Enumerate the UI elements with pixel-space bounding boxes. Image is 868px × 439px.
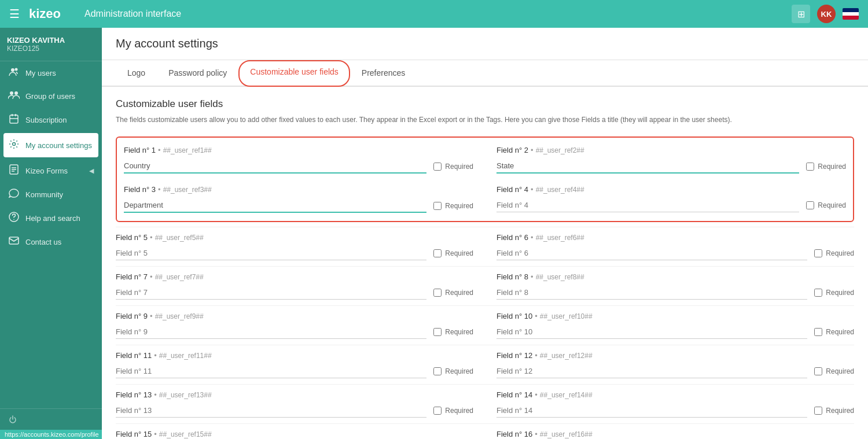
field-2-row: Required	[496, 159, 846, 174]
svg-point-2	[15, 68, 18, 71]
sidebar-item-group-of-users[interactable]: Group of users	[0, 84, 102, 108]
field-10-required-label: Required	[826, 328, 854, 336]
sidebar-item-my-users[interactable]: My users	[0, 61, 102, 84]
forms-icon	[8, 164, 20, 177]
field-3-input[interactable]	[124, 198, 426, 213]
settings-icon	[8, 139, 20, 152]
field-4-required: Required	[806, 201, 846, 209]
tab-preferences[interactable]: Preferences	[350, 60, 417, 87]
field-3-required-checkbox[interactable]	[433, 202, 442, 210]
field-group-16: Field n° 16 • ##_user_ref16##Required	[496, 424, 854, 439]
power-button[interactable]	[8, 415, 94, 424]
field-8-row: Required	[496, 286, 854, 300]
status-bar: https://accounts.kizeo.com/profile	[0, 430, 102, 439]
avatar[interactable]: KK	[817, 5, 836, 23]
field-9-required-checkbox[interactable]	[433, 328, 442, 336]
field-4-ref: ##_user_ref4##	[536, 186, 584, 194]
tab-password-policy[interactable]: Password policy	[157, 60, 238, 87]
field-3-dot: •	[158, 185, 161, 194]
field-11-label: Field n° 11	[116, 351, 152, 360]
field-group-1: Field n° 1 • ##_user_ref1## Required	[124, 140, 473, 179]
fields-row-3: Field n° 5 • ##_user_ref5##RequiredField…	[116, 227, 854, 266]
help-icon	[8, 212, 20, 224]
sidebar-bottom	[0, 408, 102, 430]
field-1-input[interactable]	[124, 159, 426, 174]
field-13-required-checkbox[interactable]	[433, 407, 442, 415]
language-flag[interactable]	[843, 8, 859, 20]
sidebar-item-kizeo-forms[interactable]: Kizeo Forms ◀	[0, 158, 102, 183]
apps-icon[interactable]: ⊞	[792, 5, 810, 23]
field-12-input[interactable]	[496, 364, 807, 378]
field-9-row: Required	[116, 325, 473, 339]
field-5-input[interactable]	[116, 246, 426, 260]
field-7-required: Required	[433, 289, 473, 297]
field-11-input[interactable]	[116, 364, 426, 378]
sidebar-item-subscription[interactable]: Subscription	[0, 108, 102, 132]
field-group-14: Field n° 14 • ##_user_ref14##Required	[496, 385, 854, 423]
sidebar-item-help-and-search[interactable]: Help and search	[0, 206, 102, 230]
field-6-input[interactable]	[496, 246, 807, 260]
field-1-required-checkbox[interactable]	[433, 163, 442, 171]
field-14-required-checkbox[interactable]	[814, 407, 822, 415]
main-layout: KIZEO KAVITHA KIZEO125 My users Group of…	[0, 28, 868, 439]
sidebar-label-kommunity: Kommunity	[25, 190, 63, 199]
regular-fields: Field n° 5 • ##_user_ref5##RequiredField…	[116, 227, 854, 439]
field-7-input[interactable]	[116, 286, 426, 300]
fields-row-6: Field n° 11 • ##_user_ref11##RequiredFie…	[116, 345, 854, 384]
svg-text:kizeo: kizeo	[29, 6, 61, 21]
field-6-required-checkbox[interactable]	[814, 249, 822, 257]
field-8-required: Required	[814, 289, 854, 297]
sidebar-item-my-account-settings[interactable]: My account settings	[3, 133, 98, 157]
field-5-required-checkbox[interactable]	[433, 249, 442, 257]
field-2-required: Required	[806, 163, 846, 171]
field-1-dot: •	[158, 146, 161, 154]
field-12-row: Required	[496, 364, 854, 378]
field-14-input[interactable]	[496, 404, 807, 418]
field-8-label: Field n° 8	[496, 272, 528, 281]
kommunity-icon	[8, 189, 20, 200]
field-13-row: Required	[116, 404, 473, 418]
field-9-input[interactable]	[116, 325, 426, 339]
sidebar-user-name: KIZEO KAVITHA	[7, 36, 95, 45]
field-4-required-checkbox[interactable]	[806, 201, 814, 209]
highlighted-fields-box: Field n° 1 • ##_user_ref1## Required	[116, 137, 854, 222]
sidebar-user: KIZEO KAVITHA KIZEO125	[0, 28, 102, 61]
tab-customizable-user-fields[interactable]: Customizable user fields	[238, 60, 350, 87]
field-5-row: Required	[116, 246, 473, 260]
field-7-required-checkbox[interactable]	[433, 289, 442, 297]
sidebar-item-contact-us[interactable]: Contact us	[0, 230, 102, 253]
field-4-label: Field n° 4	[496, 185, 528, 194]
field-1-label: Field n° 1	[124, 146, 156, 154]
field-12-required-checkbox[interactable]	[814, 367, 822, 375]
field-10-label: Field n° 10	[496, 312, 532, 320]
fields-row-7: Field n° 13 • ##_user_ref13##RequiredFie…	[116, 384, 854, 423]
sidebar-nav: My users Group of users Subscription	[0, 61, 102, 408]
field-8-header: Field n° 8 • ##_user_ref8##	[496, 272, 854, 281]
field-6-required-label: Required	[826, 249, 854, 257]
field-11-required-checkbox[interactable]	[433, 367, 442, 375]
section-description: The fields customizable users allow you …	[116, 115, 854, 125]
field-10-input[interactable]	[496, 325, 807, 339]
field-10-required-checkbox[interactable]	[814, 328, 822, 336]
field-4-input[interactable]	[496, 198, 799, 212]
tab-logo[interactable]: Logo	[116, 60, 157, 87]
field-1-required-label: Required	[445, 163, 473, 171]
field-12-required-label: Required	[826, 367, 854, 375]
field-12-label: Field n° 12	[496, 351, 532, 360]
sidebar-item-kommunity[interactable]: Kommunity	[0, 183, 102, 206]
field-8-required-checkbox[interactable]	[814, 289, 822, 297]
field-13-input[interactable]	[116, 404, 426, 418]
field-1-header: Field n° 1 • ##_user_ref1##	[124, 146, 473, 154]
field-7-required-label: Required	[445, 289, 473, 297]
field-1-required: Required	[433, 163, 473, 171]
field-3-ref: ##_user_ref3##	[163, 186, 212, 194]
tabs-bar: Logo Password policy Customizable user f…	[102, 60, 868, 87]
field-2-required-checkbox[interactable]	[806, 163, 814, 171]
field-2-input[interactable]	[496, 159, 799, 174]
field-8-input[interactable]	[496, 286, 807, 300]
field-group-4: Field n° 4 • ##_user_ref4## Required	[496, 179, 846, 219]
fields-row-4: Field n° 7 • ##_user_ref7##RequiredField…	[116, 266, 854, 305]
menu-icon[interactable]: ☰	[9, 7, 20, 21]
field-group-9: Field n° 9 • ##_user_ref9##Required	[116, 306, 473, 345]
field-14-required-label: Required	[826, 407, 854, 415]
